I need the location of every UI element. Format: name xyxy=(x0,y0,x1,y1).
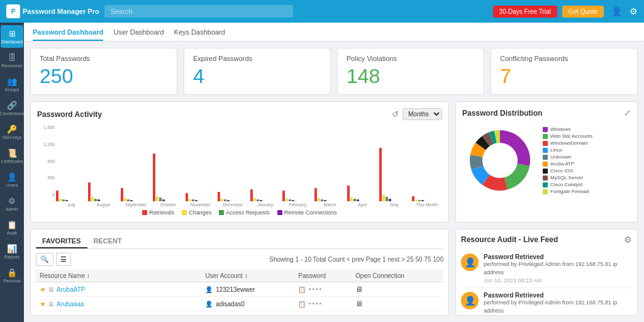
resource-cell: ★ 🖥 ArubaATP xyxy=(36,282,201,297)
tab-user-dashboard[interactable]: User Dashboard xyxy=(113,25,164,41)
bar-group xyxy=(379,148,409,201)
bar-group xyxy=(186,193,216,201)
user-account-value: Sam11 xyxy=(216,315,236,316)
sidebar-label-users: Users xyxy=(6,183,18,187)
legend-label-remote: Remote Connections xyxy=(284,209,337,216)
resource-link[interactable]: US-HRLQ05 xyxy=(57,315,92,316)
bar xyxy=(250,189,253,201)
bar-group xyxy=(347,186,377,202)
connection-cell: 🖥 xyxy=(352,311,443,316)
password-icon: 📋 xyxy=(298,286,306,293)
search-input[interactable] xyxy=(104,5,293,18)
bar xyxy=(88,182,91,201)
groups-icon: 👥 xyxy=(7,77,17,86)
table-toolbar: 🔍 ☰ Showing 1 - 10 Total Count < prev Pa… xyxy=(36,253,443,266)
mid-row: Password Activity ↺ Months Weeks Days xyxy=(30,101,638,223)
sidebar-item-sshkeys[interactable]: 🔑 SSH keys xyxy=(1,121,23,143)
refresh-icon[interactable]: ↺ xyxy=(392,109,399,119)
period-select[interactable]: Months Weeks Days xyxy=(402,108,442,120)
bar-group xyxy=(153,153,183,202)
table-row: ★ 🖥 ArubaATP 👤 123213ewwer 📋 **** 🖥 xyxy=(36,282,443,297)
sidebar-item-resources[interactable]: 🗄 Resources xyxy=(1,49,23,72)
table-row: ★ 🖥 Arubaaaa 👤 adisadas0 📋 **** 🖥 xyxy=(36,297,443,311)
table-search-button[interactable]: 🔍 xyxy=(36,253,53,266)
bar xyxy=(347,186,350,202)
quote-button[interactable]: Get Quote xyxy=(562,6,604,18)
conflicting-label: Conflicting Passwords xyxy=(500,55,628,62)
donut-legend-label: Aruba ATP xyxy=(550,161,574,167)
password-dots: **** xyxy=(309,301,323,308)
resource-link[interactable]: Arubaaaa xyxy=(57,301,84,308)
stat-cards-row: Total Passwords 250 Expired Passwords 4 … xyxy=(30,48,638,95)
y-label-800: 800 xyxy=(37,159,55,164)
donut-expand-icon[interactable]: ⤢ xyxy=(624,108,631,118)
tab-recent[interactable]: RECENT xyxy=(87,235,128,248)
donut-legend-dot xyxy=(543,162,548,167)
connection-cell: 🖥 xyxy=(352,297,443,311)
sidebar-item-dashboard[interactable]: ⊞ Dashboard xyxy=(1,25,23,48)
donut-legend-dot xyxy=(543,127,548,132)
bar xyxy=(130,200,133,201)
app-name: Password Manager Pro xyxy=(23,8,99,15)
tab-keys-dashboard[interactable]: Keys Dashboard xyxy=(174,25,225,41)
bar xyxy=(389,199,391,201)
sidebar-item-reports[interactable]: 📊 Reports xyxy=(1,240,23,263)
password-dots: **** xyxy=(309,316,323,316)
open-connection-icon[interactable]: 🖥 xyxy=(355,299,363,308)
feed-action: Password Retrieved xyxy=(484,292,632,299)
dashboard-content: Total Passwords 250 Expired Passwords 4 … xyxy=(24,42,644,322)
sidebar-item-certificates[interactable]: 📜 Certificates xyxy=(1,145,23,167)
live-feed-gear-icon[interactable]: ⚙ xyxy=(624,235,632,245)
y-label-0: 0 xyxy=(37,192,55,197)
x-axis-label: This Month xyxy=(412,203,442,207)
open-connection-icon[interactable]: 🖥 xyxy=(355,285,363,294)
donut-legend-label: Web Site Accounts xyxy=(550,133,592,139)
sidebar-item-admin[interactable]: ⚙ Admin xyxy=(1,192,23,215)
donut-legend-dot xyxy=(543,189,548,194)
star-icon[interactable]: ★ xyxy=(40,286,46,293)
expired-passwords-label: Expired Passwords xyxy=(193,55,321,62)
sidebar-item-personal[interactable]: 🔒 Personal xyxy=(1,264,23,287)
donut-legend-label: WindowsDomain xyxy=(550,140,588,146)
table-header-row: Resource Name ↕ User Account ↕ Password … xyxy=(36,270,443,282)
sidebar-item-users[interactable]: 👤 Users xyxy=(1,169,23,191)
bar xyxy=(59,199,62,201)
bar xyxy=(324,200,326,201)
sidebar-item-audit[interactable]: 📋 Audit xyxy=(1,216,23,239)
sidebar-label-personal: Personal xyxy=(3,279,21,283)
star-icon[interactable]: ★ xyxy=(40,314,46,316)
donut-legend-dot xyxy=(543,148,548,153)
user-cell: 👤 adisadas0 xyxy=(201,297,294,311)
connections-icon: 🔗 xyxy=(7,101,17,110)
toolbar-left: 🔍 ☰ xyxy=(36,253,71,266)
sidebar-item-groups[interactable]: 👥 Groups xyxy=(1,73,23,96)
profile-icon[interactable]: 👤 xyxy=(611,6,622,16)
resource-link[interactable]: ArubaATP xyxy=(57,286,85,293)
legend-changes: Changes xyxy=(182,209,211,216)
stat-card-expired: Expired Passwords 4 xyxy=(184,48,331,95)
sidebar-item-connections[interactable]: 🔗 Connections xyxy=(1,97,23,119)
connection-cell: 🖥 xyxy=(352,282,443,297)
settings-icon[interactable]: ⚙ xyxy=(630,6,638,16)
legend-access: Access Requests xyxy=(219,209,270,216)
open-connection-icon[interactable]: 🖥 xyxy=(355,314,363,316)
bar xyxy=(314,188,317,201)
bar xyxy=(282,191,285,201)
live-feed-card: Resource Audit - Live Feed ⚙ 👤 Password … xyxy=(455,229,638,316)
feed-avatar: 👤 xyxy=(461,292,479,309)
password-dots: **** xyxy=(309,287,323,293)
bar xyxy=(224,199,226,201)
tab-favorites[interactable]: FAVORITES xyxy=(36,235,87,248)
bar xyxy=(121,188,123,201)
donut-legend-label: Cisco Catalyst xyxy=(550,182,582,187)
star-icon[interactable]: ★ xyxy=(40,300,46,308)
trial-button[interactable]: 30-Days Free Trial xyxy=(493,6,557,18)
sshkeys-icon: 🔑 xyxy=(7,125,17,134)
y-label-1200: 1,200 xyxy=(37,142,55,147)
donut-legend-item: Linux xyxy=(543,147,592,153)
admin-icon: ⚙ xyxy=(8,196,16,206)
donut-legend-dot xyxy=(543,175,548,180)
sidebar-label-reports: Reports xyxy=(4,255,20,259)
table-view-button[interactable]: ☰ xyxy=(56,253,71,266)
tab-password-dashboard[interactable]: Password Dashboard xyxy=(33,25,103,41)
